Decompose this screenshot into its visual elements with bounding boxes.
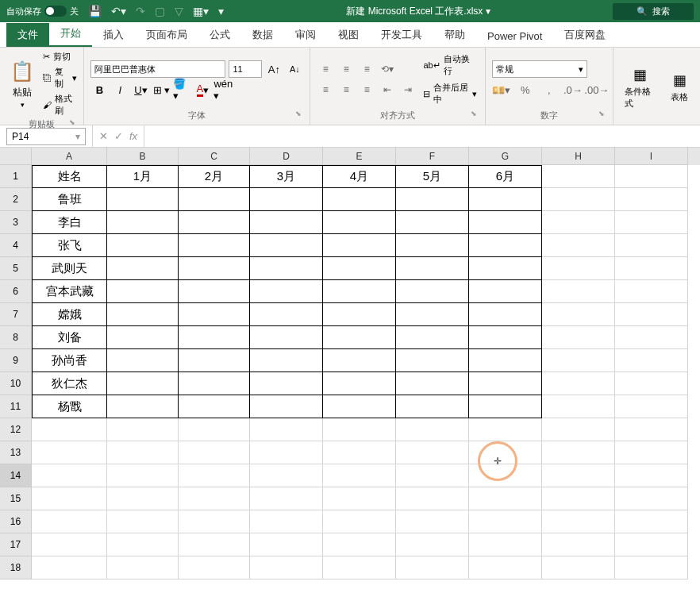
cell[interactable]	[542, 556, 615, 579]
cell[interactable]	[323, 326, 396, 349]
cell[interactable]	[107, 533, 179, 556]
copy-button[interactable]: ⿻复制 ▾	[43, 66, 77, 90]
cell[interactable]	[396, 533, 469, 556]
cell[interactable]	[107, 234, 179, 257]
cell[interactable]	[615, 326, 688, 349]
row-header[interactable]: 17	[0, 533, 32, 556]
cell[interactable]	[469, 395, 542, 418]
cell[interactable]: 杨戬	[32, 395, 107, 418]
cell[interactable]	[615, 188, 688, 211]
formula-input[interactable]	[144, 128, 700, 145]
row-header[interactable]: 7	[0, 303, 32, 326]
wrap-text-button[interactable]: ab↵自动换行	[421, 52, 478, 79]
cell[interactable]: 嫦娥	[32, 303, 107, 326]
cell[interactable]	[179, 211, 250, 234]
cell[interactable]	[179, 188, 250, 211]
tab-help[interactable]: 帮助	[433, 23, 476, 47]
row-header[interactable]: 6	[0, 280, 32, 303]
cell[interactable]	[542, 395, 615, 418]
row-header[interactable]: 11	[0, 395, 32, 418]
cell[interactable]	[250, 510, 323, 533]
cell[interactable]	[615, 556, 688, 579]
cell[interactable]: 5月	[396, 165, 469, 188]
search-box[interactable]: 🔍 搜索	[613, 3, 694, 20]
cell[interactable]	[469, 326, 542, 349]
qat-icon-2[interactable]: ▽	[175, 5, 183, 17]
cell[interactable]	[250, 349, 323, 372]
tab-data[interactable]: 数据	[241, 23, 284, 47]
cell[interactable]	[396, 395, 469, 418]
increase-font-icon[interactable]: A↑	[265, 60, 283, 78]
currency-button[interactable]: 💴▾	[492, 81, 511, 98]
cell[interactable]	[469, 211, 542, 234]
cell[interactable]	[323, 257, 396, 280]
cell[interactable]	[107, 372, 179, 395]
row-header[interactable]: 18	[0, 556, 32, 579]
cell[interactable]	[542, 418, 615, 441]
cell[interactable]	[323, 464, 396, 487]
increase-decimal-button[interactable]: .0→	[563, 81, 583, 98]
cell[interactable]	[542, 257, 615, 280]
cell[interactable]	[615, 234, 688, 257]
row-header[interactable]: 13	[0, 441, 32, 464]
cell[interactable]	[396, 418, 469, 441]
fill-color-button[interactable]: 🪣▾	[173, 81, 190, 98]
cell[interactable]	[107, 349, 179, 372]
redo-icon[interactable]: ↷	[136, 5, 145, 17]
column-header[interactable]: E	[323, 148, 396, 165]
cell[interactable]	[615, 464, 688, 487]
tab-file[interactable]: 文件	[6, 23, 49, 47]
cell[interactable]	[615, 349, 688, 372]
cell[interactable]	[323, 303, 396, 326]
cell[interactable]: 宫本武藏	[32, 280, 107, 303]
cell[interactable]	[107, 487, 179, 510]
cell[interactable]	[542, 372, 615, 395]
cell[interactable]	[107, 418, 179, 441]
cell[interactable]	[396, 510, 469, 533]
align-top-icon[interactable]: ≡	[317, 60, 334, 78]
cell[interactable]: 孙尚香	[32, 349, 107, 372]
column-header[interactable]: B	[107, 148, 179, 165]
cell[interactable]	[32, 556, 107, 579]
cell[interactable]	[469, 556, 542, 579]
cell[interactable]	[323, 211, 396, 234]
row-header[interactable]: 12	[0, 418, 32, 441]
cell[interactable]	[615, 487, 688, 510]
row-header[interactable]: 8	[0, 326, 32, 349]
cell[interactable]	[250, 418, 323, 441]
cell[interactable]	[32, 418, 107, 441]
row-header[interactable]: 5	[0, 257, 32, 280]
cell[interactable]	[32, 510, 107, 533]
cell[interactable]	[107, 510, 179, 533]
confirm-icon[interactable]: ✓	[114, 130, 123, 142]
cell[interactable]	[469, 349, 542, 372]
cell[interactable]	[396, 280, 469, 303]
cell[interactable]	[179, 510, 250, 533]
cell[interactable]	[250, 326, 323, 349]
cell[interactable]	[469, 303, 542, 326]
cell[interactable]	[32, 487, 107, 510]
cell[interactable]	[323, 372, 396, 395]
tab-home[interactable]: 开始	[49, 21, 92, 47]
cell[interactable]: 武则天	[32, 257, 107, 280]
cell[interactable]	[179, 280, 250, 303]
cell[interactable]	[323, 441, 396, 464]
indent-decrease-icon[interactable]: ⇤	[379, 81, 396, 98]
cell[interactable]	[615, 372, 688, 395]
tab-developer[interactable]: 开发工具	[370, 23, 433, 47]
cell[interactable]: 3月	[250, 165, 323, 188]
tab-powerpivot[interactable]: Power Pivot	[476, 25, 553, 47]
font-size-input[interactable]	[229, 60, 262, 78]
cell[interactable]	[179, 533, 250, 556]
fx-icon[interactable]: fx	[129, 130, 137, 142]
cell[interactable]	[396, 464, 469, 487]
column-header[interactable]: C	[179, 148, 250, 165]
cell[interactable]: 刘备	[32, 326, 107, 349]
cell[interactable]	[542, 441, 615, 464]
cell[interactable]	[179, 303, 250, 326]
cell[interactable]	[250, 441, 323, 464]
cell[interactable]	[542, 487, 615, 510]
cell[interactable]	[615, 441, 688, 464]
font-name-input[interactable]	[90, 60, 225, 78]
cell[interactable]	[179, 257, 250, 280]
